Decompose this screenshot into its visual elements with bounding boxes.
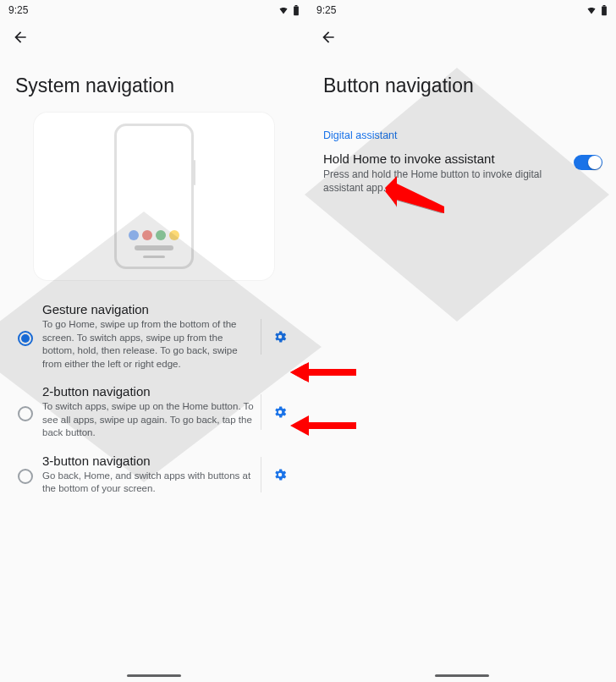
svg-rect-0 (294, 6, 299, 15)
status-bar: 9:25 (308, 0, 616, 20)
option-title: 3-button navigation (42, 454, 257, 468)
gear-icon (272, 329, 288, 344)
option-description: To go Home, swipe up from the bottom of … (42, 318, 257, 371)
svg-rect-2 (602, 6, 607, 15)
option-settings-button[interactable] (261, 457, 298, 492)
pref-title: Hold Home to invoke assistant (323, 151, 565, 166)
option-settings-button[interactable] (261, 394, 298, 430)
phone-illustration (114, 124, 194, 269)
option-description: To switch apps, swipe up on the Home but… (42, 400, 257, 440)
pref-hold-home-assistant[interactable]: Hold Home to invoke assistant Press and … (308, 148, 616, 195)
battery-icon (601, 5, 608, 16)
navigation-options-list: Gesture navigation To go Home, swipe up … (0, 295, 308, 503)
page-title: System navigation (0, 54, 308, 113)
screen-button-navigation: 9:25 Button navigation Digital assistant… (308, 0, 616, 682)
section-header-digital-assistant: Digital assistant (308, 129, 616, 148)
toolbar (308, 20, 616, 54)
status-icons (586, 5, 608, 16)
arrow-back-icon (12, 29, 29, 46)
option-description: Go back, Home, and switch apps with butt… (42, 470, 257, 496)
dot-icon (142, 230, 152, 240)
gear-icon (272, 467, 288, 482)
screen-system-navigation: 9:25 System navigation (0, 0, 308, 682)
status-icons (278, 5, 300, 16)
wifi-icon (586, 5, 597, 15)
gear-icon (272, 404, 288, 420)
radio-button[interactable] (10, 403, 41, 421)
status-bar: 9:25 (0, 0, 308, 20)
status-time: 9:25 (8, 4, 28, 16)
gesture-nav-pill (435, 674, 489, 677)
wifi-icon (278, 5, 289, 15)
option-3-button-navigation[interactable]: 3-button navigation Go back, Home, and s… (7, 447, 301, 503)
toolbar (0, 20, 308, 54)
navigation-preview-card (34, 113, 274, 280)
arrow-back-icon (320, 29, 337, 46)
page-title: Button navigation (308, 54, 616, 113)
dot-icon (156, 230, 166, 240)
svg-rect-1 (295, 5, 298, 6)
option-title: 2-button navigation (42, 384, 257, 399)
svg-rect-3 (603, 5, 606, 6)
radio-button[interactable] (10, 465, 41, 484)
option-settings-button[interactable] (261, 319, 298, 355)
dot-icon (129, 230, 139, 240)
status-time: 9:25 (316, 4, 336, 16)
radio-button[interactable] (10, 327, 41, 346)
back-button[interactable] (7, 24, 34, 51)
gesture-nav-pill (127, 674, 181, 677)
back-button[interactable] (315, 24, 342, 51)
option-title: Gesture navigation (42, 302, 257, 316)
option-gesture-navigation[interactable]: Gesture navigation To go Home, swipe up … (7, 295, 301, 377)
toggle-switch[interactable] (574, 155, 602, 170)
battery-icon (293, 5, 300, 16)
pref-description: Press and hold the Home button to invoke… (323, 168, 565, 195)
dot-icon (169, 230, 179, 240)
option-2-button-navigation[interactable]: 2-button navigation To switch apps, swip… (7, 377, 301, 447)
